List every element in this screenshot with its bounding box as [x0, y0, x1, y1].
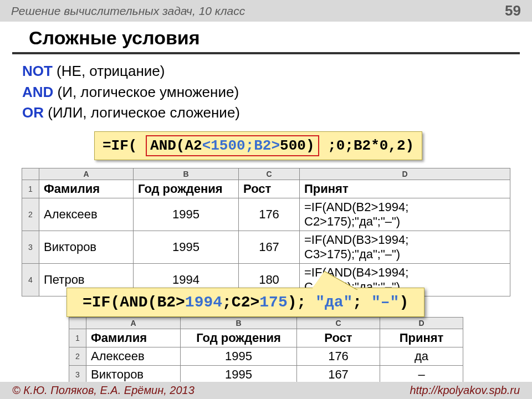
callout-formula: =IF(AND(B2>1994;C2>175); "да"; "–"): [66, 288, 424, 317]
kw-and: AND: [22, 84, 53, 100]
slide-footer: © К.Ю. Поляков, Е.А. Ерёмин, 2013 http:/…: [0, 382, 532, 399]
callout-tail: [311, 272, 357, 290]
slide-header: Решение вычислительных задач, 10 класс 5…: [0, 0, 532, 22]
slide-title: Сложные условия: [12, 22, 520, 54]
table-row: 3 Викторов 1995 167 =IF(AND(B3>1994; C3>…: [22, 231, 510, 264]
callout-wrap: =IF(AND(B2>1994;C2>175); "да"; "–"): [66, 288, 532, 317]
def-or: OR (ИЛИ, логическое сложение): [22, 103, 510, 124]
formula-1-wrap: =IF( AND(A2<1500;B2>500) ;0;B2*0,2): [94, 131, 532, 160]
colhdr-D: D: [300, 168, 510, 180]
table-row: 2 Алексеев 1995 176 да: [69, 347, 463, 366]
kw-or: OR: [22, 104, 44, 121]
def-and: AND (И, логическое умножение): [22, 82, 510, 103]
table-row: 2 Алексеев 1995 176 =IF(AND(B2>1994; C2>…: [22, 198, 510, 231]
table-formulas: A B C D 1 Фамилия Год рождения Рост Прин…: [22, 168, 510, 296]
slide: Решение вычислительных задач, 10 класс 5…: [0, 0, 532, 399]
colhdr-B: B: [134, 168, 239, 180]
def-not: NOT (НЕ, отрицание): [22, 61, 510, 82]
footer-link[interactable]: http://kpolyakov.spb.ru: [410, 384, 520, 397]
copyright: © К.Ю. Поляков, Е.А. Ерёмин, 2013: [12, 384, 195, 397]
colhdr-A: A: [39, 168, 134, 180]
course-name: Решение вычислительных задач, 10 класс: [11, 4, 245, 18]
formula-1: =IF( AND(A2<1500;B2>500) ;0;B2*0,2): [94, 131, 422, 160]
kw-not: NOT: [22, 63, 53, 79]
page-number: 59: [505, 2, 521, 19]
and-frame: AND(A2<1500;B2>500): [146, 135, 319, 156]
table-row: 3 Викторов 1995 167 –: [69, 366, 463, 384]
definitions: NOT (НЕ, отрицание) AND (И, логическое у…: [0, 61, 532, 124]
colhdr-C: C: [239, 168, 300, 180]
